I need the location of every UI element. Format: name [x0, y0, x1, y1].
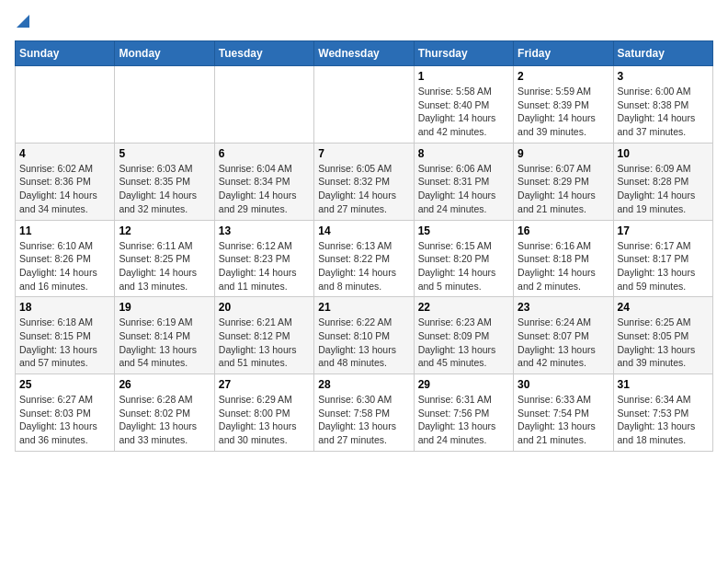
day-number: 12 [119, 224, 210, 237]
day-number: 18 [19, 301, 110, 314]
day-info: Sunrise: 6:34 AM Sunset: 7:53 PM Dayligh… [618, 393, 709, 447]
day-number: 8 [418, 147, 509, 160]
day-info: Sunrise: 6:16 AM Sunset: 8:18 PM Dayligh… [518, 239, 609, 293]
table-row [115, 66, 214, 144]
calendar-header-saturday: Saturday [613, 41, 712, 66]
table-row [314, 66, 414, 144]
calendar-header-sunday: Sunday [16, 41, 115, 66]
logo [15, 15, 29, 33]
calendar-header-wednesday: Wednesday [314, 41, 414, 66]
day-number: 31 [618, 378, 709, 391]
day-number: 6 [219, 147, 310, 160]
calendar-table: SundayMondayTuesdayWednesdayThursdayFrid… [15, 40, 713, 452]
day-number: 14 [318, 224, 409, 237]
table-row: 24Sunrise: 6:25 AM Sunset: 8:05 PM Dayli… [613, 297, 712, 374]
day-info: Sunrise: 6:31 AM Sunset: 7:56 PM Dayligh… [418, 393, 509, 447]
day-info: Sunrise: 5:58 AM Sunset: 8:40 PM Dayligh… [418, 85, 509, 139]
table-row: 15Sunrise: 6:15 AM Sunset: 8:20 PM Dayli… [414, 220, 513, 297]
day-info: Sunrise: 6:06 AM Sunset: 8:31 PM Dayligh… [418, 162, 509, 216]
day-number: 2 [518, 70, 609, 83]
calendar-week-3: 11Sunrise: 6:10 AM Sunset: 8:26 PM Dayli… [16, 220, 713, 297]
table-row: 31Sunrise: 6:34 AM Sunset: 7:53 PM Dayli… [613, 374, 712, 452]
table-row: 22Sunrise: 6:23 AM Sunset: 8:09 PM Dayli… [414, 297, 513, 374]
day-info: Sunrise: 6:22 AM Sunset: 8:10 PM Dayligh… [318, 316, 409, 370]
day-number: 9 [518, 147, 609, 160]
day-number: 30 [518, 378, 609, 391]
day-number: 28 [318, 378, 409, 391]
svg-marker-0 [17, 15, 29, 28]
day-number: 15 [418, 224, 509, 237]
table-row: 26Sunrise: 6:28 AM Sunset: 8:02 PM Dayli… [115, 374, 214, 452]
table-row: 17Sunrise: 6:17 AM Sunset: 8:17 PM Dayli… [613, 220, 712, 297]
day-info: Sunrise: 6:33 AM Sunset: 7:54 PM Dayligh… [518, 393, 609, 447]
table-row: 10Sunrise: 6:09 AM Sunset: 8:28 PM Dayli… [613, 143, 712, 220]
day-number: 1 [418, 70, 509, 83]
calendar-week-1: 1Sunrise: 5:58 AM Sunset: 8:40 PM Daylig… [16, 66, 713, 144]
day-number: 5 [119, 147, 210, 160]
day-info: Sunrise: 6:04 AM Sunset: 8:34 PM Dayligh… [219, 162, 310, 216]
day-info: Sunrise: 6:00 AM Sunset: 8:38 PM Dayligh… [618, 85, 709, 139]
calendar-header-friday: Friday [514, 41, 613, 66]
day-number: 29 [418, 378, 509, 391]
calendar-week-4: 18Sunrise: 6:18 AM Sunset: 8:15 PM Dayli… [16, 297, 713, 374]
table-row [16, 66, 115, 144]
day-number: 11 [19, 224, 110, 237]
day-number: 26 [119, 378, 210, 391]
day-info: Sunrise: 6:19 AM Sunset: 8:14 PM Dayligh… [119, 316, 210, 370]
table-row: 21Sunrise: 6:22 AM Sunset: 8:10 PM Dayli… [314, 297, 414, 374]
day-info: Sunrise: 6:13 AM Sunset: 8:22 PM Dayligh… [318, 239, 409, 293]
table-row: 1Sunrise: 5:58 AM Sunset: 8:40 PM Daylig… [414, 66, 513, 144]
table-row: 18Sunrise: 6:18 AM Sunset: 8:15 PM Dayli… [16, 297, 115, 374]
table-row: 16Sunrise: 6:16 AM Sunset: 8:18 PM Dayli… [514, 220, 613, 297]
table-row: 13Sunrise: 6:12 AM Sunset: 8:23 PM Dayli… [214, 220, 313, 297]
table-row: 9Sunrise: 6:07 AM Sunset: 8:29 PM Daylig… [514, 143, 613, 220]
day-info: Sunrise: 6:27 AM Sunset: 8:03 PM Dayligh… [19, 393, 110, 447]
page-header [15, 15, 713, 33]
table-row: 5Sunrise: 6:03 AM Sunset: 8:35 PM Daylig… [115, 143, 214, 220]
table-row: 20Sunrise: 6:21 AM Sunset: 8:12 PM Dayli… [214, 297, 313, 374]
day-number: 7 [318, 147, 409, 160]
calendar-week-2: 4Sunrise: 6:02 AM Sunset: 8:36 PM Daylig… [16, 143, 713, 220]
table-row: 3Sunrise: 6:00 AM Sunset: 8:38 PM Daylig… [613, 66, 712, 144]
day-number: 16 [518, 224, 609, 237]
day-info: Sunrise: 6:23 AM Sunset: 8:09 PM Dayligh… [418, 316, 509, 370]
table-row [214, 66, 313, 144]
day-number: 22 [418, 301, 509, 314]
calendar-header-row: SundayMondayTuesdayWednesdayThursdayFrid… [16, 41, 713, 66]
day-number: 23 [518, 301, 609, 314]
day-number: 3 [618, 70, 709, 83]
day-number: 24 [618, 301, 709, 314]
day-info: Sunrise: 6:30 AM Sunset: 7:58 PM Dayligh… [318, 393, 409, 447]
day-info: Sunrise: 6:15 AM Sunset: 8:20 PM Dayligh… [418, 239, 509, 293]
calendar-week-5: 25Sunrise: 6:27 AM Sunset: 8:03 PM Dayli… [16, 374, 713, 452]
day-info: Sunrise: 6:07 AM Sunset: 8:29 PM Dayligh… [518, 162, 609, 216]
day-info: Sunrise: 6:25 AM Sunset: 8:05 PM Dayligh… [618, 316, 709, 370]
calendar-body: 1Sunrise: 5:58 AM Sunset: 8:40 PM Daylig… [16, 66, 713, 452]
day-info: Sunrise: 6:05 AM Sunset: 8:32 PM Dayligh… [318, 162, 409, 216]
table-row: 7Sunrise: 6:05 AM Sunset: 8:32 PM Daylig… [314, 143, 414, 220]
table-row: 12Sunrise: 6:11 AM Sunset: 8:25 PM Dayli… [115, 220, 214, 297]
calendar-header-monday: Monday [115, 41, 214, 66]
day-number: 4 [19, 147, 110, 160]
table-row: 25Sunrise: 6:27 AM Sunset: 8:03 PM Dayli… [16, 374, 115, 452]
day-info: Sunrise: 6:03 AM Sunset: 8:35 PM Dayligh… [119, 162, 210, 216]
day-info: Sunrise: 6:09 AM Sunset: 8:28 PM Dayligh… [618, 162, 709, 216]
day-info: Sunrise: 6:29 AM Sunset: 8:00 PM Dayligh… [219, 393, 310, 447]
table-row: 6Sunrise: 6:04 AM Sunset: 8:34 PM Daylig… [214, 143, 313, 220]
day-info: Sunrise: 6:02 AM Sunset: 8:36 PM Dayligh… [19, 162, 110, 216]
day-number: 20 [219, 301, 310, 314]
table-row: 2Sunrise: 5:59 AM Sunset: 8:39 PM Daylig… [514, 66, 613, 144]
table-row: 19Sunrise: 6:19 AM Sunset: 8:14 PM Dayli… [115, 297, 214, 374]
table-row: 11Sunrise: 6:10 AM Sunset: 8:26 PM Dayli… [16, 220, 115, 297]
day-info: Sunrise: 6:17 AM Sunset: 8:17 PM Dayligh… [618, 239, 709, 293]
day-info: Sunrise: 6:12 AM Sunset: 8:23 PM Dayligh… [219, 239, 310, 293]
day-number: 17 [618, 224, 709, 237]
day-number: 13 [219, 224, 310, 237]
table-row: 27Sunrise: 6:29 AM Sunset: 8:00 PM Dayli… [214, 374, 313, 452]
day-number: 19 [119, 301, 210, 314]
table-row: 4Sunrise: 6:02 AM Sunset: 8:36 PM Daylig… [16, 143, 115, 220]
table-row: 28Sunrise: 6:30 AM Sunset: 7:58 PM Dayli… [314, 374, 414, 452]
day-info: Sunrise: 6:11 AM Sunset: 8:25 PM Dayligh… [119, 239, 210, 293]
day-info: Sunrise: 6:18 AM Sunset: 8:15 PM Dayligh… [19, 316, 110, 370]
calendar-header-thursday: Thursday [414, 41, 513, 66]
